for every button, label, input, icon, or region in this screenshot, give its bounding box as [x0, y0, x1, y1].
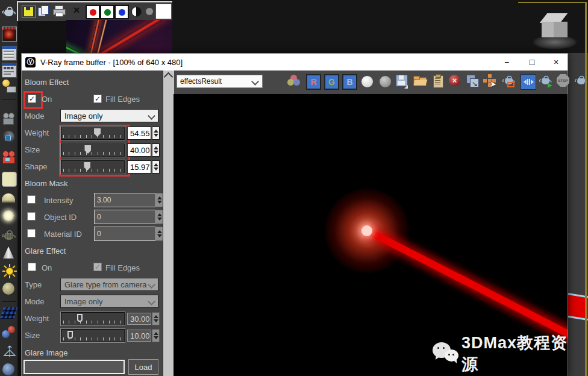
- green-channel-button[interactable]: G: [324, 74, 339, 90]
- legacy-render-toolbar: ×: [17, 1, 174, 21]
- monochrome-icon[interactable]: [131, 7, 142, 17]
- track-mouse-icon[interactable]: ➤: [483, 74, 498, 89]
- bloom-weight-slider[interactable]: [61, 127, 125, 140]
- vfb-title-bar[interactable]: Ⓥ V-Ray frame buffer - [100% of 640 x 48…: [22, 54, 568, 70]
- bloom-on-label: On: [42, 95, 52, 104]
- bloom-shape-value[interactable]: 15.97: [127, 160, 151, 174]
- clear-image-icon[interactable]: ×: [448, 74, 463, 89]
- save-icon[interactable]: [22, 5, 36, 18]
- vray-frame-buffer-window: Ⓥ V-Ray frame buffer - [100% of 640 x 48…: [21, 53, 568, 376]
- spotlight-cone-icon[interactable]: [2, 246, 16, 260]
- print-icon[interactable]: [53, 5, 65, 16]
- omni-light-icon[interactable]: [2, 209, 16, 223]
- laser-dot: [361, 225, 372, 236]
- bloom-on-checkbox[interactable]: ✓: [28, 95, 36, 103]
- glare-on-checkbox[interactable]: [28, 263, 36, 271]
- light-lister-icon[interactable]: [2, 79, 16, 93]
- bloom-size-spinner[interactable]: [152, 143, 160, 157]
- molecule-icon[interactable]: [2, 325, 16, 339]
- bloom-size-label: Size: [25, 145, 40, 154]
- render-last-icon[interactable]: [539, 74, 553, 89]
- clipboard-icon[interactable]: [431, 74, 446, 89]
- material-swatch-icon[interactable]: [2, 172, 17, 187]
- glare-weight-slider[interactable]: [61, 312, 125, 325]
- bloom-weight-spinner[interactable]: [152, 127, 160, 140]
- material-id-checkbox[interactable]: [27, 229, 36, 237]
- rock-sphere-icon[interactable]: [2, 363, 16, 376]
- viewport-border: [518, 2, 586, 3]
- sphere-sample-icon[interactable]: [2, 282, 16, 296]
- panel-scrollbar[interactable]: [163, 70, 174, 376]
- channel-dropdown[interactable]: effectsResult: [177, 75, 263, 88]
- blue-channel-icon[interactable]: [114, 5, 129, 19]
- glare-image-path-input[interactable]: [23, 360, 125, 374]
- bloom-mode-dropdown[interactable]: Image only: [60, 109, 158, 122]
- bloom-weight-value[interactable]: 54.55: [127, 127, 151, 140]
- glare-size-spinner[interactable]: [152, 329, 160, 342]
- alpha-icon[interactable]: [146, 8, 153, 15]
- intensity-label: Intensity: [44, 196, 73, 205]
- bloom-mode-label: Mode: [25, 111, 45, 121]
- object-id-input[interactable]: 0: [94, 210, 155, 224]
- load-button[interactable]: Load: [128, 359, 158, 375]
- rgb-channels-icon[interactable]: [287, 74, 301, 89]
- save-image-icon[interactable]: [395, 74, 410, 89]
- red-channel-button[interactable]: R: [306, 74, 321, 90]
- render-setup-dialog-icon[interactable]: [2, 46, 17, 61]
- red-channel-icon[interactable]: [86, 5, 100, 19]
- bloom-fill-edges-checkbox[interactable]: ✓: [93, 95, 102, 103]
- blue-channel-button[interactable]: B: [342, 74, 357, 90]
- bloom-shape-spinner[interactable]: [152, 160, 160, 174]
- bloom-size-slider[interactable]: [61, 143, 125, 157]
- material-id-input[interactable]: 0: [94, 227, 155, 241]
- glare-fill-edges-label: Fill Edges: [105, 263, 140, 272]
- array-tool-icon[interactable]: [2, 306, 16, 320]
- viewcube[interactable]: [531, 8, 580, 53]
- maximize-button[interactable]: □: [522, 54, 542, 70]
- duplicate-to-host-icon[interactable]: ↘: [466, 74, 480, 89]
- camera-pyramid-icon[interactable]: [2, 345, 16, 359]
- night-scene-icon[interactable]: [2, 130, 16, 144]
- glare-mode-label: Mode: [25, 297, 45, 306]
- wire-teapot-icon[interactable]: [2, 228, 16, 242]
- glare-fill-edges-checkbox[interactable]: ✓: [93, 263, 102, 271]
- glare-weight-label: Weight: [25, 314, 49, 323]
- bloom-size-value[interactable]: 40.00: [127, 143, 151, 157]
- glare-effect-header: Glare Effect: [25, 246, 66, 255]
- glare-size-value[interactable]: 10.00: [127, 330, 151, 342]
- environment-dialog-icon[interactable]: [2, 63, 17, 78]
- teapot-render-icon[interactable]: [2, 4, 16, 18]
- max-viewport: [172, 0, 588, 53]
- minimize-button[interactable]: −: [496, 54, 517, 70]
- render-frame-window-icon[interactable]: [2, 27, 17, 42]
- copy-icon[interactable]: [38, 5, 49, 16]
- max-left-toolbar: [0, 0, 18, 376]
- green-channel-icon[interactable]: [100, 5, 114, 19]
- sun-light-icon[interactable]: [2, 264, 16, 278]
- white-balance-icon[interactable]: [361, 76, 373, 87]
- video-camera-icon[interactable]: [2, 150, 16, 164]
- bloom-weight-label: Weight: [25, 128, 49, 137]
- glare-type-dropdown[interactable]: Glare type from camera: [60, 278, 158, 291]
- film-camera-icon[interactable]: [2, 111, 16, 125]
- alpha-channel-icon[interactable]: [380, 76, 391, 87]
- glare-size-slider[interactable]: [61, 329, 125, 342]
- glare-weight-spinner[interactable]: [152, 312, 160, 325]
- delete-icon[interactable]: ×: [71, 5, 82, 16]
- glare-weight-value[interactable]: 30.00: [127, 313, 151, 325]
- bloom-shape-slider[interactable]: [61, 160, 125, 174]
- intensity-checkbox[interactable]: [27, 195, 36, 204]
- watermark: 3DMax教程资源: [433, 332, 568, 375]
- stop-render-icon[interactable]: STOP: [557, 74, 571, 89]
- close-button[interactable]: ×: [546, 54, 566, 70]
- rendered-image: 3DMax教程资源: [174, 94, 568, 376]
- clear-swatch-icon[interactable]: [155, 4, 172, 19]
- dome-light-icon[interactable]: [2, 191, 16, 205]
- compare-ab-icon[interactable]: [521, 74, 536, 90]
- object-id-checkbox[interactable]: [27, 212, 36, 221]
- glare-mode-dropdown[interactable]: Image only: [60, 295, 158, 308]
- intensity-input[interactable]: 3.00: [94, 193, 155, 207]
- region-render-icon[interactable]: [502, 74, 516, 89]
- material-id-label: Material ID: [44, 230, 82, 239]
- open-image-icon[interactable]: [413, 74, 427, 89]
